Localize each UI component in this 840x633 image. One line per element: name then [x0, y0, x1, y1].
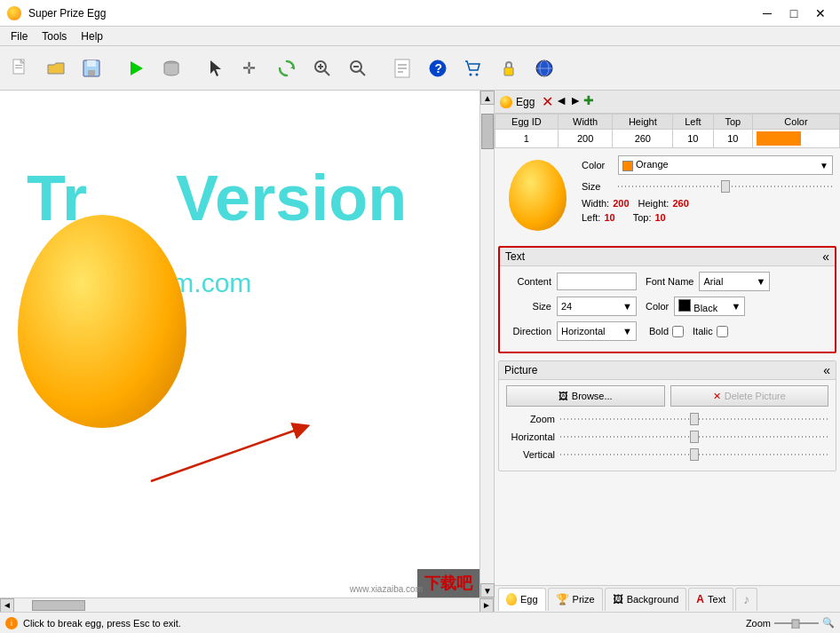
direction-arrow: ▼ [622, 326, 632, 336]
color-text-arrow: ▼ [731, 301, 741, 312]
play-button[interactable] [119, 51, 153, 85]
status-icon: i [5, 617, 18, 629]
color-select[interactable]: Orange ▼ [618, 155, 833, 175]
scroll-track[interactable] [480, 105, 494, 583]
app-icon [7, 6, 21, 20]
scroll-up-button[interactable]: ▲ [480, 91, 495, 105]
panel-add-button[interactable]: ✚ [583, 93, 594, 110]
horizontal-scrollbar[interactable]: ◄ ► [0, 597, 494, 612]
left-coord: Left: 10 [582, 212, 615, 223]
picture-collapse-button[interactable]: « [823, 363, 830, 377]
close-button[interactable]: ✕ [808, 4, 833, 22]
minimize-button[interactable]: ─ [755, 4, 780, 22]
panel-spacer [495, 475, 840, 585]
size-label: Size [507, 301, 551, 312]
tab-prize-icon: 🏆 [556, 593, 569, 605]
menu-help[interactable]: Help [74, 28, 110, 44]
horizontal-slider[interactable] [560, 430, 828, 444]
width-label: Width: [582, 198, 609, 209]
svg-line-32 [151, 428, 302, 481]
vertical-slider[interactable] [560, 447, 828, 462]
new-button[interactable] [4, 51, 37, 85]
size-select[interactable]: 24 ▼ [557, 297, 637, 316]
tab-text[interactable]: A Text [688, 588, 733, 611]
menu-tools[interactable]: Tools [35, 28, 74, 44]
doc-button[interactable] [385, 51, 419, 85]
watermark-url: www.xiazaiba.com [346, 581, 426, 597]
svg-rect-2 [15, 65, 22, 66]
bold-checkbox[interactable] [672, 326, 684, 337]
svg-marker-7 [131, 61, 143, 75]
picture-section-body: 🖼 Browse... ✕ Delete Picture Zoom [499, 380, 836, 471]
text-collapse-button[interactable]: « [822, 249, 829, 264]
egg-shape[interactable] [18, 215, 186, 428]
zoom-label: Zoom [746, 618, 771, 629]
color-text-select[interactable]: Black ▼ [674, 297, 745, 316]
zoom-in-button[interactable] [305, 51, 339, 85]
left-value: 10 [604, 212, 614, 223]
maximize-button[interactable]: □ [781, 4, 806, 22]
panel-left-button[interactable]: ◄ [555, 93, 567, 110]
watermark-logo: 下载吧 [417, 569, 479, 597]
scroll-thumb[interactable] [481, 114, 494, 149]
pointer-button[interactable] [199, 51, 233, 85]
scroll-left-button[interactable]: ◄ [0, 598, 14, 613]
direction-label: Direction [507, 326, 551, 336]
size-arrow: ▼ [622, 301, 632, 312]
table-row[interactable]: 1 200 260 10 10 [495, 130, 840, 148]
svg-rect-34 [792, 620, 799, 629]
tab-music[interactable]: ♪ [735, 588, 757, 611]
scroll-down-button[interactable]: ▼ [480, 583, 495, 597]
scroll-right-button[interactable]: ► [479, 598, 494, 613]
color-dropdown-arrow: ▼ [820, 161, 828, 170]
help-button[interactable]: ? [421, 51, 455, 85]
refresh-button[interactable] [270, 51, 304, 85]
width-dim: Width: 200 [582, 198, 630, 209]
zoom-slider[interactable] [774, 618, 819, 629]
bold-label: Bold [649, 326, 669, 336]
delete-icon: ✕ [713, 391, 721, 402]
open-button[interactable] [39, 51, 73, 85]
bottom-tabs: Egg 🏆 Prize 🖼 Background A Text ♪ [495, 585, 840, 612]
top-label: Top: [633, 212, 652, 223]
h-scroll-thumb[interactable] [32, 600, 85, 611]
move-button[interactable]: ✛ [234, 51, 268, 85]
svg-rect-5 [87, 60, 96, 67]
zoom-slider[interactable] [560, 412, 828, 426]
tab-prize[interactable]: 🏆 Prize [548, 588, 603, 611]
content-input[interactable] [557, 273, 637, 290]
canvas-draw[interactable]: Tr Version oftrm.com 下载吧 www.xiazaiba.co… [0, 91, 479, 597]
globe-button[interactable] [527, 51, 561, 85]
lock-button[interactable] [492, 51, 526, 85]
svg-text:?: ? [435, 61, 443, 75]
delete-picture-button[interactable]: ✕ Delete Picture [670, 385, 829, 407]
panel-right-button[interactable]: ► [569, 93, 582, 110]
picture-buttons: 🖼 Browse... ✕ Delete Picture [506, 385, 828, 407]
window-title: Super Prize Egg [28, 7, 106, 20]
coords-row: Left: 10 Top: 10 [582, 212, 833, 223]
egg-panel-icon [500, 96, 512, 108]
direction-select[interactable]: Horizontal ▼ [557, 321, 637, 341]
vertical-label: Vertical [506, 449, 555, 460]
toolbar: ✛ ? [0, 46, 840, 91]
zoom-out-button[interactable] [341, 51, 375, 85]
tab-egg[interactable]: Egg [498, 588, 546, 611]
content-font-row: Content Font Name Arial ▼ [507, 272, 828, 291]
col-top: Top [713, 115, 752, 130]
vertical-scrollbar[interactable]: ▲ ▼ [479, 91, 494, 597]
tab-background-icon: 🖼 [613, 593, 623, 605]
font-name-select[interactable]: Arial ▼ [699, 272, 770, 291]
cart-button[interactable] [456, 51, 490, 85]
italic-checkbox[interactable] [717, 326, 728, 337]
browse-button[interactable]: 🖼 Browse... [506, 385, 665, 407]
size-slider[interactable] [618, 178, 833, 194]
db-button[interactable] [155, 51, 188, 85]
panel-close-button[interactable]: ✕ [542, 93, 553, 110]
tab-text-icon: A [696, 593, 704, 605]
save-button[interactable] [75, 51, 108, 85]
tab-background[interactable]: 🖼 Background [605, 588, 687, 611]
zoom-slider-row: Zoom [506, 412, 828, 426]
zoom-label: Zoom [506, 414, 555, 424]
menu-file[interactable]: File [4, 28, 35, 44]
egg-panel-header: Egg ✕ ◄ ► ✚ [495, 91, 840, 114]
